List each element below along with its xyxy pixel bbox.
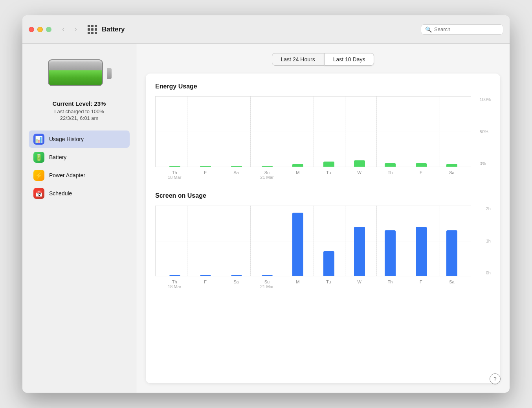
x-day-7: Th <box>388 170 393 175</box>
sx-group-0: Th 18 Mar <box>159 279 190 289</box>
x-group-4: M <box>283 170 313 180</box>
bar-group-5 <box>313 96 344 167</box>
screen-bars <box>156 206 471 276</box>
help-button[interactable]: ? <box>490 373 501 384</box>
bar-group-4 <box>283 96 313 167</box>
titlebar: ‹ › Battery 🔍 <box>22 15 510 44</box>
bar-group-3 <box>252 96 283 167</box>
x-group-5: Tu <box>313 170 344 180</box>
close-button[interactable] <box>29 27 34 32</box>
energy-bar-4 <box>292 164 303 167</box>
energy-bar-9 <box>446 164 457 167</box>
sidebar-item-usage-history[interactable]: 📊 Usage History <box>29 130 130 148</box>
x-day-2: Sa <box>233 170 238 175</box>
forward-button[interactable]: › <box>70 24 81 35</box>
bar-group-8 <box>405 96 436 167</box>
x-group-1: F <box>190 170 220 180</box>
screen-bar-group-4 <box>283 206 313 276</box>
chart-card: Energy Usage <box>146 74 500 383</box>
x-group-0: Th 18 Mar <box>159 170 190 180</box>
x-group-7: Th <box>375 170 405 180</box>
traffic-lights <box>29 27 51 32</box>
screen-bar-5 <box>323 251 334 276</box>
sidebar-item-power-adapter[interactable]: ⚡ Power Adapter <box>29 167 130 184</box>
screen-bar-group-7 <box>375 206 405 276</box>
charge-time-text: 22/3/21, 6:01 am <box>53 115 106 121</box>
sx-group-5: Tu <box>313 279 344 289</box>
screen-bar-2 <box>231 275 242 276</box>
battery-fill <box>49 70 102 85</box>
nav-buttons: ‹ › <box>58 24 81 35</box>
grid-icon[interactable] <box>88 25 97 34</box>
screen-y-0h: 0h <box>486 270 491 275</box>
x-day-5: Tu <box>326 170 331 175</box>
screen-bar-group-3 <box>252 206 283 276</box>
usage-history-icon: 📊 <box>33 134 44 145</box>
bar-group-0 <box>160 96 190 167</box>
sidebar: Current Level: 23% Last charged to 100% … <box>22 44 136 393</box>
screen-bar-group-2 <box>221 206 252 276</box>
search-box[interactable]: 🔍 <box>421 24 503 35</box>
last-10-days-button[interactable]: Last 10 Days <box>324 53 374 66</box>
x-day-3: Su <box>264 170 270 175</box>
screen-bar-8 <box>416 227 427 276</box>
screen-bar-group-9 <box>437 206 467 276</box>
minimize-button[interactable] <box>37 27 43 32</box>
energy-bars <box>156 96 471 167</box>
battery-visual <box>48 59 107 88</box>
usage-history-label: Usage History <box>49 136 84 142</box>
energy-usage-section: Energy Usage <box>155 83 491 180</box>
x-day-1: F <box>204 170 207 175</box>
schedule-icon: 📅 <box>33 188 44 199</box>
battery-body <box>48 59 103 86</box>
x-day-4: M <box>296 170 299 175</box>
search-input[interactable] <box>434 26 499 32</box>
screen-y-axis: 2h 1h 0h <box>486 206 491 276</box>
sidebar-item-battery[interactable]: 🔋 Battery <box>29 149 130 166</box>
energy-y-100: 100% <box>480 97 491 102</box>
battery-info: Current Level: 23% Last charged to 100% … <box>53 100 106 121</box>
energy-y-0: 0% <box>480 161 491 166</box>
battery-icon-container <box>48 59 111 91</box>
schedule-label: Schedule <box>49 190 72 197</box>
bar-group-7 <box>375 96 405 167</box>
energy-bar-3 <box>262 166 273 167</box>
energy-y-axis: 100% 50% 0% <box>480 96 491 167</box>
energy-bar-8 <box>416 163 427 167</box>
screen-chart-area: 2h 1h 0h <box>155 206 471 276</box>
sidebar-item-schedule[interactable]: 📅 Schedule <box>29 185 130 202</box>
screen-bar-group-6 <box>344 206 375 276</box>
x-group-9: Sa <box>437 170 467 180</box>
energy-bar-2 <box>231 166 242 167</box>
back-button[interactable]: ‹ <box>58 24 69 35</box>
x-date-3: 21 Mar <box>260 175 273 180</box>
screen-usage-title: Screen on Usage <box>155 192 491 199</box>
energy-chart-area: 100% 50% 0% <box>155 96 471 167</box>
power-adapter-icon: ⚡ <box>33 170 44 181</box>
energy-usage-title: Energy Usage <box>155 83 491 90</box>
screen-bar-group-0 <box>160 206 190 276</box>
battery-icon: 🔋 <box>33 152 44 163</box>
last-24-hours-button[interactable]: Last 24 Hours <box>272 53 324 66</box>
right-panel: Last 24 Hours Last 10 Days Energy Usage <box>136 44 510 393</box>
x-day-0: Th <box>172 170 177 175</box>
screen-y-1h: 1h <box>486 239 491 243</box>
screen-x-axis: Th 18 Mar F Sa Su 21 Mar <box>155 276 471 289</box>
screen-bar-group-1 <box>190 206 221 276</box>
last-charged-text: Last charged to 100% <box>53 108 106 114</box>
x-group-2: Sa <box>221 170 251 180</box>
screen-bar-group-8 <box>405 206 436 276</box>
sx-group-8: F <box>405 279 436 289</box>
screen-bar-1 <box>200 275 211 276</box>
screen-y-2h: 2h <box>486 206 491 211</box>
sx-group-4: M <box>283 279 313 289</box>
x-day-9: Sa <box>449 170 454 175</box>
energy-x-axis: Th 18 Mar F Sa Su 21 Mar <box>155 167 471 180</box>
maximize-button[interactable] <box>46 27 51 32</box>
energy-y-50: 50% <box>480 129 491 134</box>
energy-bar-7 <box>385 163 396 167</box>
x-group-8: F <box>405 170 436 180</box>
battery-label: Battery <box>49 154 66 160</box>
search-icon: 🔍 <box>425 26 432 33</box>
energy-bar-1 <box>200 166 211 167</box>
